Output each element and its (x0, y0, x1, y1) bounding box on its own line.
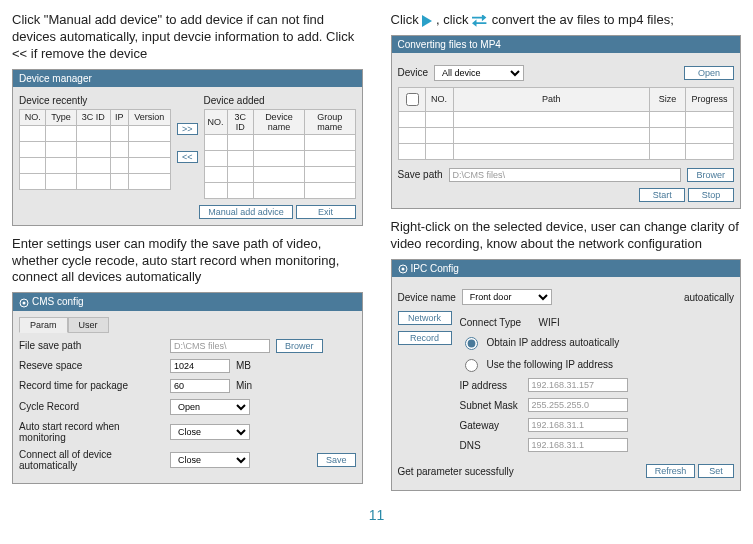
converting-table: NO. Path Size Progress (398, 87, 735, 160)
brower-button[interactable]: Brower (687, 168, 734, 182)
use-following-ip-radio[interactable] (465, 359, 478, 372)
converting-panel: Converting files to MP4 Device All devic… (391, 35, 742, 209)
autoatically-label: autoatically (684, 292, 734, 303)
status-text: Get parameter sucessfully (398, 466, 514, 477)
instruction-settings: Enter settings user can modify the save … (12, 236, 363, 287)
device-name-select[interactable]: Front door (462, 289, 552, 305)
col-path: Path (453, 87, 650, 111)
device-manager-title: Device manager (13, 70, 362, 87)
start-button[interactable]: Start (639, 188, 685, 202)
dns-input[interactable] (528, 438, 628, 452)
col-type: Type (46, 109, 76, 125)
device-label: Device (398, 67, 429, 78)
device-recently-table: NO. Type 3C ID IP Version (19, 109, 171, 190)
col-device-name: Device name (253, 109, 304, 134)
cycle-record-label: Cycle Record (19, 401, 164, 412)
manual-add-device-button[interactable]: Manual add advice (199, 205, 293, 219)
col-progress: Progress (686, 87, 734, 111)
tab-param[interactable]: Param (19, 317, 68, 333)
mb-label: MB (236, 360, 251, 371)
gateway-label: Gateway (460, 420, 522, 431)
open-button[interactable]: Open (684, 66, 734, 80)
file-save-path-input[interactable] (170, 339, 270, 353)
instruction-add-device: Click "Manual add device" to add device … (12, 12, 363, 63)
obtain-ip-radio[interactable] (465, 337, 478, 350)
obtain-ip-label: Obtain IP address autoatically (487, 337, 620, 348)
gear-icon (19, 298, 29, 308)
gateway-input[interactable] (528, 418, 628, 432)
page-number: 11 (12, 507, 741, 523)
device-added-table: NO. 3C ID Device name Group mame (204, 109, 356, 199)
exit-button[interactable]: Exit (296, 205, 356, 219)
min-label: Min (236, 380, 252, 391)
device-select[interactable]: All device (434, 65, 524, 81)
svg-point-1 (23, 301, 26, 304)
col-no: NO. (425, 87, 453, 111)
gear-icon (398, 264, 408, 274)
reseve-space-label: Reseve space (19, 360, 164, 371)
cms-config-panel: CMS config ParamUser File save path Brow… (12, 292, 363, 483)
col-3cid: 3C ID (76, 109, 110, 125)
brower-button[interactable]: Brower (276, 339, 323, 353)
converting-title: Converting files to MP4 (392, 36, 741, 53)
instruction-convert: Click , click convert the av files to mp… (391, 12, 742, 29)
col-group-name: Group mame (305, 109, 355, 134)
device-name-label: Device name (398, 292, 456, 303)
cycle-record-select[interactable]: Open (170, 399, 250, 415)
col-size: Size (650, 87, 686, 111)
refresh-button[interactable]: Refresh (646, 464, 696, 478)
ipc-config-title: IPC Config (392, 260, 741, 277)
ip-address-input[interactable] (528, 378, 628, 392)
tab-user[interactable]: User (68, 317, 109, 333)
device-added-label: Device added (204, 95, 356, 106)
col-no: NO. (204, 109, 227, 134)
convert-icon (472, 15, 488, 27)
subnet-mask-input[interactable] (528, 398, 628, 412)
reseve-space-input[interactable] (170, 359, 230, 373)
save-path-label: Save path (398, 169, 443, 180)
connect-all-label: Connect all of device automatically (19, 449, 164, 471)
cms-config-title: CMS config (13, 293, 362, 310)
record-time-label: Record time for package (19, 380, 164, 391)
ip-address-label: IP address (460, 380, 522, 391)
col-3cid: 3C ID (227, 109, 253, 134)
col-version: Version (128, 109, 170, 125)
subnet-mask-label: Subnet Mask (460, 400, 522, 411)
set-button[interactable]: Set (698, 464, 734, 478)
auto-start-select[interactable]: Close (170, 424, 250, 440)
connect-type-label: Connect Type (460, 317, 522, 328)
move-right-button[interactable]: >> (177, 123, 198, 135)
connect-type-value: WIFI (539, 317, 560, 328)
dns-label: DNS (460, 440, 522, 451)
stop-button[interactable]: Stop (688, 188, 734, 202)
play-icon (422, 15, 432, 27)
auto-start-label: Auto start record when monitoring (19, 421, 164, 443)
col-no: NO. (20, 109, 46, 125)
select-all-checkbox[interactable] (406, 93, 419, 106)
instruction-ipc: Right-click on the selected device, user… (391, 219, 742, 253)
file-save-path-label: File save path (19, 340, 164, 351)
device-recently-label: Device recently (19, 95, 171, 106)
network-button[interactable]: Network (398, 311, 452, 325)
move-left-button[interactable]: << (177, 151, 198, 163)
record-time-input[interactable] (170, 379, 230, 393)
use-following-ip-label: Use the following IP address (487, 359, 614, 370)
device-manager-panel: Device manager Device recently NO. Type … (12, 69, 363, 226)
save-button[interactable]: Save (317, 453, 356, 467)
record-button[interactable]: Record (398, 331, 452, 345)
connect-all-select[interactable]: Close (170, 452, 250, 468)
ipc-config-panel: IPC Config Device name Front door autoat… (391, 259, 742, 491)
save-path-input[interactable] (449, 168, 682, 182)
svg-point-3 (401, 268, 404, 271)
col-ip: IP (110, 109, 128, 125)
